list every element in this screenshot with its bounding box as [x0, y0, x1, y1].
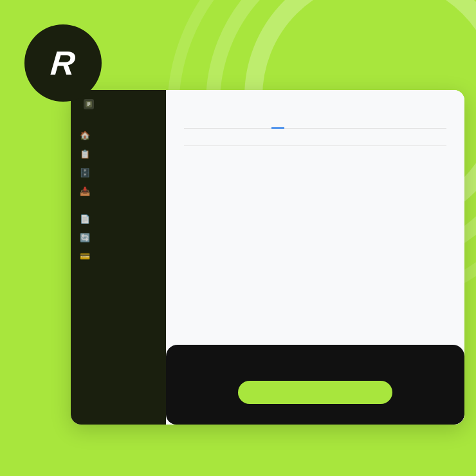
sidebar-item-dashboard[interactable]: 🏠: [71, 126, 166, 145]
sidebar-item-storage[interactable]: 🗄️: [71, 163, 166, 182]
storage-icon: 🗄️: [80, 168, 90, 178]
main-card: 🏠 📋 🗄️ 📥 📄 🔄 💳: [71, 90, 464, 425]
sidebar: 🏠 📋 🗄️ 📥 📄 🔄 💳: [71, 90, 166, 425]
orders-panel: [166, 90, 464, 146]
tab-all[interactable]: [271, 120, 284, 129]
orders-table: [184, 138, 446, 146]
sidebar-section-activity: [71, 117, 166, 126]
sidebar-item-invoices[interactable]: 📄: [71, 210, 166, 228]
subscriptions-icon: 🔄: [80, 233, 90, 243]
tab-pending[interactable]: [184, 120, 199, 129]
sidebar-item-subscriptions[interactable]: 🔄: [71, 228, 166, 247]
send-request-button[interactable]: [238, 381, 392, 404]
sidebar-brand: [71, 99, 166, 117]
overlay-panel: [166, 345, 464, 425]
sidebar-section-billing: [71, 201, 166, 210]
requests-icon: 📋: [80, 149, 90, 159]
col-title: [315, 138, 446, 146]
sidebar-item-requests[interactable]: 📋: [71, 145, 166, 163]
sidebar-item-inbox[interactable]: 📥: [71, 182, 166, 201]
sidebar-brand-icon: [84, 99, 94, 109]
tab-inprogress[interactable]: [215, 120, 230, 129]
tab-delivered[interactable]: [256, 120, 271, 129]
tab-canceled[interactable]: [243, 120, 256, 129]
payment-icon: 💳: [80, 252, 90, 261]
main-content: [166, 90, 464, 425]
orders-tabs: [184, 120, 446, 129]
logo-circle: R: [24, 24, 102, 102]
home-icon: 🏠: [80, 131, 90, 140]
sidebar-item-payment[interactable]: 💳: [71, 247, 166, 266]
inbox-icon: 📥: [80, 187, 90, 196]
tab-complete[interactable]: [230, 120, 243, 129]
logo-letter: R: [50, 44, 77, 82]
invoices-icon: 📄: [80, 214, 90, 224]
tab-queued[interactable]: [199, 120, 215, 129]
col-id: [184, 138, 315, 146]
